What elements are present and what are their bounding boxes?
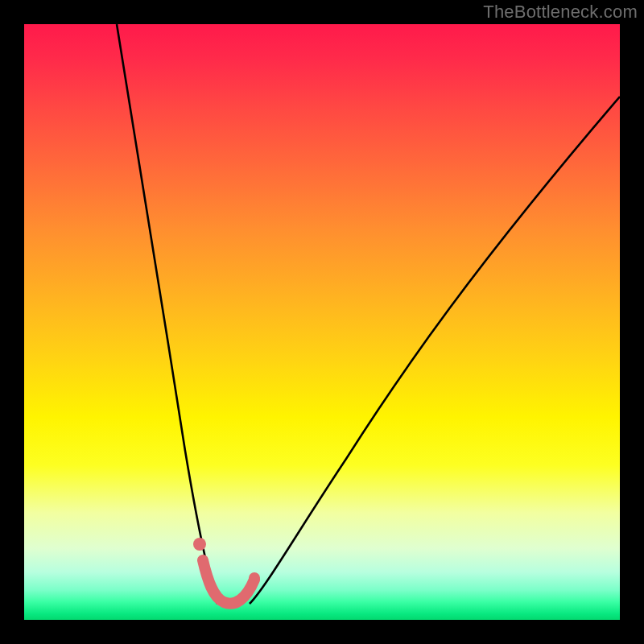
- sweet-marker-right: [249, 572, 260, 584]
- chart-svg: [24, 24, 620, 620]
- curve-right-path: [250, 97, 620, 604]
- plot-area: [24, 24, 620, 620]
- sweet-marker-left: [193, 538, 206, 551]
- chart-stage: TheBottleneck.com: [0, 0, 644, 644]
- sweet-band-path: [203, 560, 254, 604]
- curve-left-path: [117, 24, 217, 604]
- watermark-text: TheBottleneck.com: [483, 2, 638, 23]
